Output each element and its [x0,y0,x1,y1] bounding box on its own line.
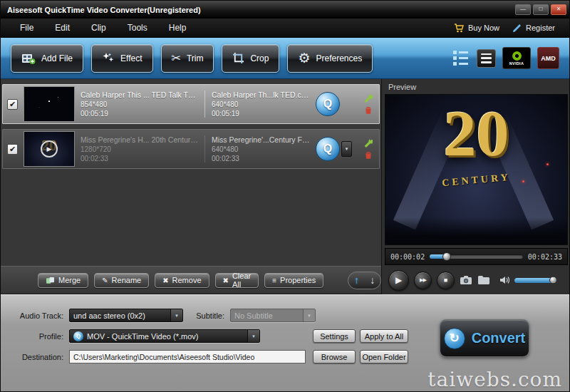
window-title: Aiseesoft QuickTime Video Converter(Unre… [7,6,515,14]
stop-icon: ■ [444,277,447,284]
window-controls: — □ ✕ [515,4,566,15]
profile-value: MOV - QuickTime Video (*.mov) [87,332,247,341]
snapshot-button[interactable] [460,275,472,285]
browse-button[interactable]: Browse [313,350,356,363]
fast-forward-icon: ▶▶ [420,277,426,283]
clear-all-label: Clear All [232,272,251,289]
settings-label: Settings [320,332,348,341]
browse-label: Browse [321,353,348,361]
maximize-icon: □ [539,6,543,12]
chevron-down-icon: ▼ [303,309,315,321]
properties-button[interactable]: ≡ Properties [264,273,323,288]
fox-logo-number: 20 [385,100,567,166]
volume-handle[interactable] [549,277,557,284]
effect-button[interactable]: Effect [91,44,152,73]
playback-controls: ▶ ▶▶ ■ [385,267,568,293]
row2-thumbnail: 20 ▶ [24,131,75,167]
app-window: Aiseesoft QuickTime Video Converter(Unre… [0,0,570,392]
video-frame: 20 CENTURY [385,94,568,245]
row1-checkbox[interactable]: ✔ [7,99,18,110]
tower-light [546,163,549,165]
crop-button[interactable]: Crop [222,44,279,73]
row2-source-title: Miss Peregrine's H... 20th Century FOX [81,135,199,144]
menu-tools[interactable]: Tools [117,20,158,36]
chevron-down-icon: ▼ [170,309,182,321]
menu-file[interactable]: File [9,20,44,36]
add-file-button[interactable]: Add File [11,44,83,73]
scissors-icon: ✂ [172,51,181,65]
quicktime-q-glyph: Q [323,143,332,155]
sparkles-icon [102,52,115,65]
fast-forward-button[interactable]: ▶▶ [414,272,432,289]
open-snapshot-folder-button[interactable] [477,275,490,285]
register-label: Register [526,24,555,32]
preview-panel: Preview 20 CENTURY 00:00:02 00:02:33 ▶ ▶… [381,79,570,294]
menu-clip[interactable]: Clip [81,20,117,36]
output-settings-panel: Audio Track: und aac stereo (0x2) ▼ Subt… [1,294,569,392]
file-row-1[interactable]: ✔ Caleb Harper This ... TED Talk TED.com… [2,84,380,124]
menu-help[interactable]: Help [158,20,197,36]
cart-icon [454,24,464,33]
row1-source-duration: 00:05:19 [81,110,199,118]
settings-button[interactable]: Settings [313,329,356,343]
trim-button[interactable]: ✂ Trim [161,44,214,73]
maximize-button[interactable]: □ [533,4,549,15]
minimize-button[interactable]: — [515,4,531,15]
apply-to-all-button[interactable]: Apply to All [360,329,408,343]
row2-output-duration: 00:02:33 [212,155,310,163]
nvidia-logo-icon [512,51,522,61]
move-up-button[interactable]: ↑ [354,275,359,285]
chevron-down-icon: ▼ [247,330,259,342]
close-button[interactable]: ✕ [551,4,566,15]
convert-button[interactable]: ↻ Convert [440,319,529,357]
menu-edit[interactable]: Edit [44,20,81,36]
rename-label: Rename [112,276,142,284]
play-button[interactable]: ▶ [388,270,409,291]
seek-handle[interactable] [442,252,451,261]
close-icon: ✕ [556,6,561,12]
destination-input[interactable] [69,350,306,363]
minimize-icon: — [520,6,526,12]
rename-button[interactable]: ✎ Rename [94,273,149,288]
volume-slider[interactable] [514,278,556,283]
destination-label: Destination: [6,353,69,361]
merge-button[interactable]: Merge [38,273,88,288]
row2-checkbox[interactable]: ✔ [7,144,18,155]
stop-button[interactable]: ■ [437,272,455,289]
title-bar: Aiseesoft QuickTime Video Converter(Unre… [1,1,569,19]
crop-icon [232,52,244,64]
list-view-button[interactable] [477,49,496,68]
destination-row: Destination: [6,350,306,363]
file-list: ✔ Caleb Harper This ... TED Talk TED.com… [1,79,381,266]
buy-now-link[interactable]: Buy Now [454,24,499,33]
row2-delete-icon[interactable] [364,150,373,160]
remove-button[interactable]: ✖ Remove [155,273,209,288]
gear-icon: ⚙ [298,50,310,66]
open-folder-button[interactable]: Open Folder [360,350,408,363]
properties-list-icon: ≡ [272,277,276,284]
thumbnail-view-button[interactable] [453,51,470,66]
row1-edit-wrench-icon[interactable] [363,93,373,103]
row1-output-resolution: 640*480 [212,100,310,108]
add-file-label: Add File [41,53,73,63]
row2-profile-dropdown-button[interactable]: ▼ [341,141,352,157]
mute-button[interactable] [499,276,509,284]
preferences-button[interactable]: ⚙ Preferences [287,44,373,73]
profile-dropdown[interactable]: Q MOV - QuickTime Video (*.mov) ▼ [69,329,260,343]
move-down-button[interactable]: ↓ [370,275,375,285]
register-link[interactable]: Register [512,24,555,33]
seek-track[interactable] [430,254,523,259]
thumb-play-icon[interactable]: ▶ [41,140,58,158]
row2-quicktime-profile-icon[interactable]: Q [316,137,340,161]
audio-track-dropdown[interactable]: und aac stereo (0x2) ▼ [69,309,183,322]
merge-label: Merge [58,276,81,284]
row1-output-title: Caleb Harper Th...lk TED.com.mov [212,91,310,99]
file-row-2[interactable]: ✔ 20 ▶ Miss Peregrine's H... 20th Centur… [2,129,380,169]
clear-all-button[interactable]: ✖ Clear All [215,273,259,288]
row1-delete-icon[interactable] [364,105,373,115]
menu-bar: File Edit Clip Tools Help Buy Now Regist… [1,19,569,38]
list-action-bar: Merge ✎ Rename ✖ Remove ✖ Clear All ≡ Pr… [1,266,381,294]
row2-edit-wrench-icon[interactable] [363,138,373,148]
remove-label: Remove [172,276,202,284]
row1-quicktime-profile-icon[interactable]: Q [316,92,340,116]
